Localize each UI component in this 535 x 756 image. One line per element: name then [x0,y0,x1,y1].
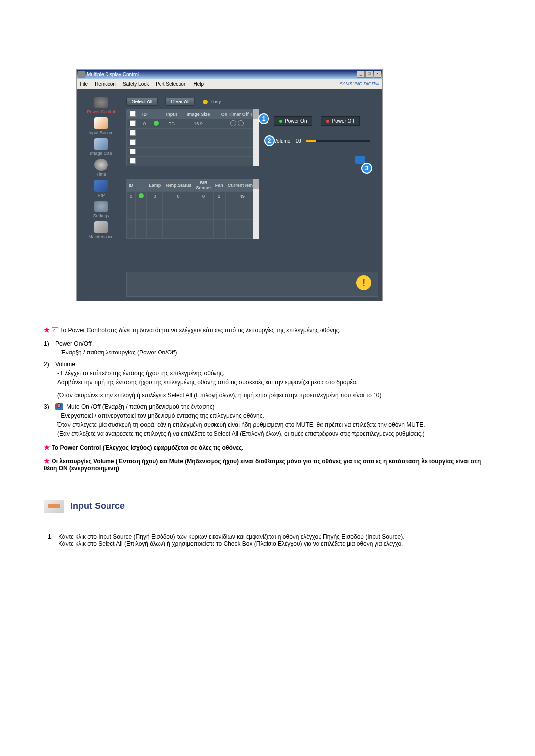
row-checkbox[interactable] [130,158,136,164]
sidebar-item-maintenance[interactable]: Maintenance [79,220,123,241]
volume-label: Volume [274,138,290,144]
callout-1: 1 [258,113,269,124]
dot-red-icon [326,120,329,123]
sidebar-item-pip[interactable]: PIP [79,179,123,200]
row-checkbox[interactable] [130,139,136,145]
app-icon [78,71,85,78]
note-1: ★ Το Power Control (Έλεγχος Ισχύος) εφαρ… [44,443,491,451]
col2-fan: Fan [213,179,225,192]
mute-icon [55,403,63,410]
select-all-button[interactable]: Select All [126,98,158,106]
clear-all-button[interactable]: Clear All [165,98,195,106]
table-row [127,138,259,148]
item-2-sub2: Λαμβάνει την τιμή της έντασης ήχου της ε… [57,379,491,386]
cell2-br: 0 [194,192,213,201]
menu-port-selection[interactable]: Port Selection [156,81,186,87]
sidebar-label: Maintenance [88,234,114,239]
check-all[interactable] [130,111,136,117]
brand-label: SAMSUNG DIGITall [340,81,379,86]
star-icon: ★ [44,443,50,451]
power-on-button[interactable]: Power On [274,116,312,126]
section-title: Input Source [70,501,125,511]
cell2-fan: 1 [213,192,225,201]
sidebar-item-image-size[interactable]: Image Size [79,137,123,158]
row-checkbox[interactable] [130,130,136,136]
input-source-step-1: 1. Κάντε κλικ στο Input Source (Πηγή Εισ… [48,533,491,547]
menu-safety-lock[interactable]: Safety Lock [123,81,149,87]
table-row [127,129,259,138]
menubar: File Remocon Safety Lock Port Selection … [77,79,382,89]
row-checkbox[interactable] [130,149,136,154]
col2-lamp: Lamp [147,179,163,192]
sidebar-item-input-source[interactable]: Input Source [79,116,123,137]
sidebar-label: Input Source [88,130,113,135]
item-3-sub1: - Ενεργοποιεί / απενεργοποιεί τον μηδενι… [57,412,491,419]
cell-id: 0 [139,119,150,129]
settings-icon [94,201,108,212]
status-on-icon [139,193,144,198]
sidebar-item-settings[interactable]: Settings [79,200,123,220]
maintenance-icon [94,221,108,233]
busy-label: Busy [210,99,221,104]
table-row[interactable]: 0 0 0 0 1 49 [127,192,259,201]
sidebar-item-power-control[interactable]: Power Control [79,96,123,116]
busy-indicator-icon [203,100,208,104]
item-3: 3) Mute On /Off (Έναρξη / παύση μηδενισμ… [44,403,491,410]
table-row[interactable]: 0 PC 16:9 [127,119,259,129]
col-timer: On Timer Off T [215,110,259,119]
col2-temp-status: Temp.Status [163,179,194,192]
app-window: Multiple Display Control _ □ × File Remo… [76,69,383,301]
power-control-icon [94,97,108,108]
power-off-button[interactable]: Power Off [321,116,359,126]
cell2-tstatus: 0 [163,192,194,201]
minimize-button[interactable]: _ [357,71,365,78]
table-row [127,201,259,210]
intro-line: ★ Το Power Control σας δίνει τη δυνατότη… [44,326,491,334]
col2-br-senser: B/R Senser [194,179,213,192]
item-3-sub2: Όταν επιλέγετε μία συσκευή τη φορά, εάν … [57,421,491,428]
menu-remocon[interactable]: Remocon [95,81,116,87]
image-size-icon [94,138,108,150]
status-table: ID Lamp Temp.Status B/R Senser Fan Curre… [126,179,259,239]
item-2: 2) Volume [44,361,491,368]
item-2-sub3: (Όταν ακυρώνετε την επιλογή ή επιλέγετε … [57,392,491,399]
volume-slider[interactable] [306,140,370,142]
cell-timer-off [230,120,236,126]
table-row [127,157,259,166]
col2-id: ID [127,179,136,192]
col2-status [136,179,147,192]
checkbox-icon [52,327,58,334]
table-row [127,210,259,220]
callout-3: 3 [361,163,372,174]
sidebar-label: Power Control [87,109,115,114]
table-row [127,229,259,239]
cell2-id: 0 [127,192,136,201]
col-status [150,110,162,119]
scrollbar[interactable] [253,179,259,239]
star-icon: ★ [44,326,50,334]
menu-help[interactable]: Help [193,81,204,87]
item-3-sub3: (Εάν επιλέξετε να αναιρέσετε τις επιλογέ… [57,430,491,437]
step-1-line-2: Κάντε κλικ στο Select All (Επιλογή όλων)… [58,540,405,547]
sidebar-item-time[interactable]: Time [79,158,123,179]
dot-green-icon [279,120,282,123]
col-id: ID [139,110,150,119]
time-icon [94,159,108,171]
menu-file[interactable]: File [80,81,88,87]
step-1-line-1: Κάντε κλικ στο Input Source (Πηγή Εισόδο… [58,533,405,540]
display-table: ID Input Image Size On Timer Off T 0 PC … [126,109,259,166]
volume-value: 10 [295,138,301,144]
titlebar: Multiple Display Control _ □ × [77,70,382,79]
row-checkbox[interactable] [130,120,136,126]
close-button[interactable]: × [374,71,381,78]
cell2-lamp: 0 [147,192,163,201]
item-1-sub: - Έναρξη / παύση λειτουργίας (Power On/O… [57,349,491,356]
item-1: 1) Power On/Off [44,340,491,347]
input-source-icon [44,500,64,513]
maximize-button[interactable]: □ [365,71,373,78]
cell-image-size: 16:9 [181,119,215,129]
sidebar-label: Settings [93,213,109,218]
mute-icon[interactable] [355,156,365,164]
input-source-icon [94,117,108,129]
window-title: Multiple Display Control [87,72,139,77]
